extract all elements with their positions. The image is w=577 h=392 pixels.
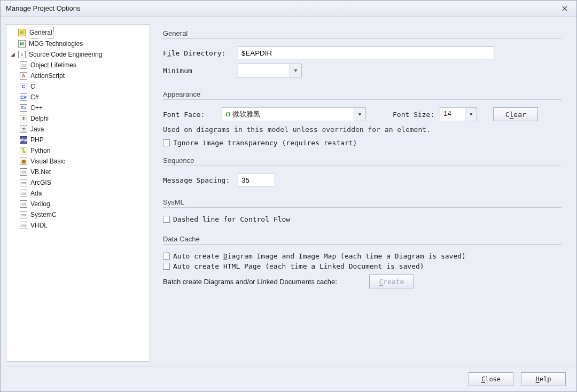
chevron-down-icon: ▼	[290, 64, 301, 77]
file-icon: ▭	[19, 200, 28, 208]
file-icon: ▭	[19, 178, 28, 187]
collapse-icon[interactable]: ◢	[10, 49, 16, 60]
section-general: General	[163, 29, 562, 37]
tree-node-object-lifetimes[interactable]: ▭Object Lifetimes	[18, 60, 149, 70]
file-icon: A	[19, 72, 28, 80]
checkbox-icon	[163, 216, 170, 223]
close-button[interactable]: Close	[469, 372, 513, 386]
tree-node-general[interactable]: ⚙ General	[9, 27, 149, 38]
tree-node-vhdl[interactable]: ▭VHDL	[18, 220, 149, 231]
batch-create-label: Batch create Diagrams and/or Linked Docu…	[163, 278, 337, 286]
help-button[interactable]: Help	[521, 372, 566, 386]
section-appearance: Appearance	[163, 90, 562, 98]
close-icon[interactable]	[557, 3, 572, 14]
vb-icon: ▦	[19, 157, 28, 166]
divider	[163, 207, 562, 208]
dialog-footer: Close Help	[1, 366, 576, 391]
divider	[163, 244, 562, 245]
tree-node-arcgis[interactable]: ▭ArcGIS	[18, 177, 149, 188]
tree-node-csharp[interactable]: C#C#	[18, 92, 149, 103]
clear-button[interactable]: Clear	[493, 107, 538, 121]
chevron-down-icon: ▼	[354, 108, 365, 121]
section-sequence: Sequence	[163, 156, 562, 164]
mdg-icon: M	[18, 40, 26, 48]
cpp-icon: C‡	[19, 104, 28, 112]
dashed-line-checkbox[interactable]: Dashed line for Control Flow	[163, 215, 562, 223]
options-tree[interactable]: ⚙ General M MDG Technologies ◢ ≡ So	[6, 24, 150, 362]
message-spacing-input[interactable]	[238, 174, 275, 186]
checkbox-icon	[163, 253, 170, 260]
general-icon: ⚙	[18, 28, 26, 37]
divider	[163, 38, 562, 39]
ignore-transparency-checkbox[interactable]: Ignore image transparency (requires rest…	[163, 139, 562, 147]
file-icon: ▭	[19, 61, 28, 69]
file-icon: ▭	[19, 221, 28, 230]
font-preview-icon: O	[225, 110, 230, 118]
tree-node-verilog[interactable]: ▭Verilog	[18, 199, 149, 209]
font-face-dropdown[interactable]: O微软雅黑 ▼	[222, 107, 366, 121]
tree-node-java[interactable]: ☕Java	[18, 124, 149, 135]
java-icon: ☕	[19, 125, 28, 134]
tree-node-vb[interactable]: ▦Visual Basic	[18, 156, 149, 167]
tree-node-php[interactable]: phpPHP	[18, 135, 149, 145]
file-icon: ▭	[19, 189, 28, 198]
source-code-icon: ≡	[18, 50, 26, 59]
file-directory-label: File Directory:	[163, 49, 232, 57]
appearance-note: Used on diagrams in this model unless ov…	[163, 126, 562, 134]
font-face-label: Font Face:	[163, 111, 216, 119]
divider	[163, 99, 562, 100]
tree-node-systemc[interactable]: ▭SystemC	[18, 209, 149, 220]
tree-node-python[interactable]: 🐍Python	[18, 145, 149, 156]
divider	[163, 166, 562, 166]
tree-node-c[interactable]: CC	[18, 81, 149, 92]
php-icon: php	[19, 136, 28, 144]
font-size-dropdown[interactable]: 14 ▼	[440, 107, 477, 121]
file-icon: ▭	[19, 168, 28, 176]
minimum-label: Minimum	[163, 67, 232, 75]
dialog-window: Manage Project Options ⚙ General M	[0, 0, 577, 392]
tree-node-cpp[interactable]: C‡C++	[18, 103, 149, 113]
dialog-body: ⚙ General M MDG Technologies ◢ ≡ So	[1, 17, 576, 366]
delphi-icon: 𝔇	[19, 114, 28, 123]
tree-node-actionscript[interactable]: AActionScript	[18, 70, 149, 81]
title-bar: Manage Project Options	[1, 1, 576, 17]
tree-node-source-code[interactable]: ◢ ≡ Source Code Engineering	[9, 49, 149, 60]
tree-node-mdg[interactable]: M MDG Technologies	[9, 38, 149, 49]
window-title: Manage Project Options	[6, 4, 80, 12]
file-icon: ▭	[19, 210, 28, 219]
section-sysml: SysML	[163, 198, 562, 206]
file-directory-input[interactable]	[238, 46, 494, 59]
python-icon: 🐍	[19, 146, 28, 155]
checkbox-icon	[163, 139, 170, 146]
section-data-cache: Data Cache	[163, 235, 562, 243]
tree-node-vbnet[interactable]: ▭VB.Net	[18, 167, 149, 177]
auto-create-html-checkbox[interactable]: Auto create HTML Page (each time a Linke…	[163, 262, 562, 270]
tree-node-ada[interactable]: ▭Ada	[18, 188, 149, 199]
message-spacing-label: Message Spacing:	[163, 176, 232, 184]
auto-create-diagram-checkbox[interactable]: Auto create Diagram Image and Image Map …	[163, 252, 562, 260]
csharp-icon: C#	[19, 93, 28, 101]
chevron-down-icon: ▼	[465, 108, 477, 121]
c-icon: C	[19, 82, 28, 91]
options-form: General File Directory: Minimum ▼ Appear…	[161, 24, 571, 362]
tree-node-delphi[interactable]: 𝔇Delphi	[18, 113, 149, 124]
minimum-dropdown[interactable]: ▼	[238, 64, 302, 77]
create-button[interactable]: Create	[369, 275, 414, 288]
checkbox-icon	[163, 263, 170, 270]
font-size-label: Font Size:	[393, 111, 434, 119]
